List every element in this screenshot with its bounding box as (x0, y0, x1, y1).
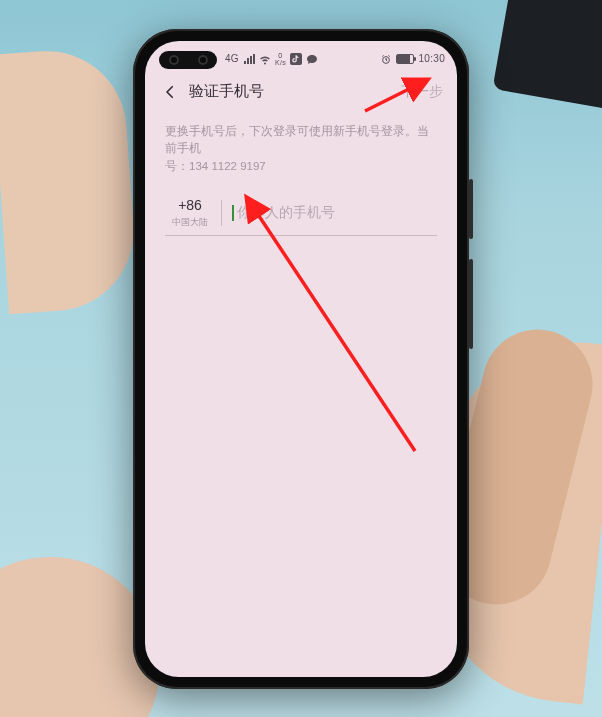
signal-icon (243, 53, 255, 65)
chevron-left-icon (161, 83, 179, 101)
power-button (469, 179, 473, 239)
wifi-icon (259, 53, 271, 65)
back-button[interactable] (159, 81, 181, 103)
status-bar: 4G 0K/s (145, 47, 457, 71)
battery-icon (396, 54, 414, 64)
message-icon (306, 53, 318, 65)
text-cursor (232, 205, 234, 221)
volume-button (469, 259, 473, 349)
divider (221, 200, 222, 226)
svg-line-2 (257, 213, 415, 451)
network-4g-label: 4G (225, 53, 239, 64)
screen: 4G 0K/s (145, 41, 457, 677)
country-code-selector[interactable]: +86 中国大陆 (165, 197, 215, 229)
phone-number-input[interactable]: 你本人的手机号 (237, 204, 438, 222)
country-code: +86 (165, 197, 215, 213)
next-step-button[interactable]: 下一步 (401, 83, 443, 101)
phone-input-row: +86 中国大陆 你本人的手机号 (165, 197, 437, 236)
current-phone-number: 134 1122 9197 (189, 160, 266, 172)
phone-frame: 4G 0K/s (133, 29, 469, 689)
page-title: 验证手机号 (189, 82, 264, 101)
alarm-icon (380, 53, 392, 65)
description-text: 更换手机号后，下次登录可使用新手机号登录。当前手机 号：134 1122 919… (165, 123, 437, 176)
clock-time: 10:30 (418, 53, 445, 64)
network-speed: 0K/s (275, 52, 286, 66)
country-region-label: 中国大陆 (165, 216, 215, 229)
douyin-icon (290, 53, 302, 65)
